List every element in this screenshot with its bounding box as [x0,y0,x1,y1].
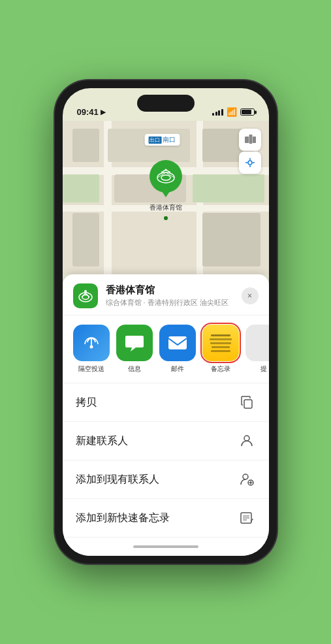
more-label: 提 [260,364,267,374]
battery-fill [242,110,251,114]
battery-icon [240,108,255,116]
mail-icon [159,325,196,361]
pin-label: 香港体育馆 [150,203,182,212]
location-info: 香港体育馆 综合体育馆 · 香港特别行政区 油尖旺区 [106,284,234,308]
new-contact-icon [238,432,256,450]
quick-note-icon [238,509,256,527]
pin-circle [150,160,182,193]
bottom-sheet: 香港体育馆 综合体育馆 · 香港特别行政区 油尖旺区 × [63,274,269,556]
svg-point-19 [244,436,249,441]
svg-point-15 [84,290,87,293]
add-existing-contact-icon [238,470,256,489]
action-copy[interactable]: 拷贝 [63,383,269,422]
svg-rect-0 [245,137,249,143]
location-arrow-icon: ▶ [101,108,106,116]
status-time: 09:41 ▶ [77,107,106,117]
map-area[interactable]: 出口 南口 [63,121,269,274]
wifi-icon: 📶 [227,107,237,117]
svg-point-12 [165,169,166,171]
phone-screen: 09:41 ▶ 📶 [63,88,269,556]
phone-frame: 09:41 ▶ 📶 [55,80,277,564]
share-item-more[interactable]: 提 [245,325,269,374]
signal-bars [212,109,223,116]
status-icons: 📶 [212,107,255,117]
map-label-text: 南口 [163,135,176,144]
map-controls [239,129,261,174]
signal-bar-2 [215,112,217,116]
share-apps-row: 隔空投送 信息 [63,315,269,383]
share-item-airdrop[interactable]: 隔空投送 [73,325,110,374]
map-background: 出口 南口 [63,121,269,274]
location-header: 香港体育馆 综合体育馆 · 香港特别行政区 油尖旺区 × [63,274,269,315]
svg-point-8 [157,172,174,183]
map-type-button[interactable] [239,129,261,151]
signal-bar-4 [221,109,223,116]
home-indicator [63,538,269,556]
notes-icon [202,325,239,361]
action-add-quick-note-label: 添加到新快速备忘录 [76,511,170,525]
close-icon: × [247,291,252,300]
more-icon [245,325,269,361]
map-label: 出口 南口 [144,134,180,146]
action-add-quick-note[interactable]: 添加到新快速备忘录 [63,499,269,538]
action-copy-label: 拷贝 [76,396,97,410]
time-display: 09:41 [77,107,99,117]
location-button[interactable] [239,152,261,174]
svg-point-16 [89,346,93,349]
action-add-existing-contact[interactable]: 添加到现有联系人 [63,460,269,499]
svg-point-3 [248,161,252,165]
dynamic-island [137,95,195,112]
svg-point-9 [161,175,170,180]
share-item-messages[interactable]: 信息 [116,325,153,374]
share-item-mail[interactable]: 邮件 [159,325,196,374]
signal-bar-3 [218,110,220,116]
home-bar [133,545,198,548]
location-sub: 综合体育馆 · 香港特别行政区 油尖旺区 [106,298,234,308]
messages-label: 信息 [128,364,141,374]
copy-icon [238,393,256,411]
svg-point-20 [243,474,248,479]
svg-point-13 [79,293,92,302]
notes-label: 备忘录 [211,364,230,374]
signal-bar-1 [212,113,214,116]
share-item-notes[interactable]: 备忘录 [202,325,239,374]
pin-dot [164,216,168,220]
action-new-contact-label: 新建联系人 [76,434,128,448]
action-add-existing-label: 添加到现有联系人 [76,473,159,487]
svg-rect-1 [249,135,252,144]
location-name: 香港体育馆 [106,284,234,297]
svg-rect-2 [253,137,256,143]
action-new-contact[interactable]: 新建联系人 [63,422,269,460]
location-icon [73,283,98,308]
messages-icon [116,325,153,361]
airdrop-label: 隔空投送 [78,364,104,374]
stadium-pin[interactable]: 香港体育馆 [150,160,182,212]
svg-rect-18 [244,400,252,408]
svg-rect-17 [168,336,187,349]
mail-label: 邮件 [171,364,184,374]
close-button[interactable]: × [242,287,259,304]
airdrop-icon [73,325,110,361]
